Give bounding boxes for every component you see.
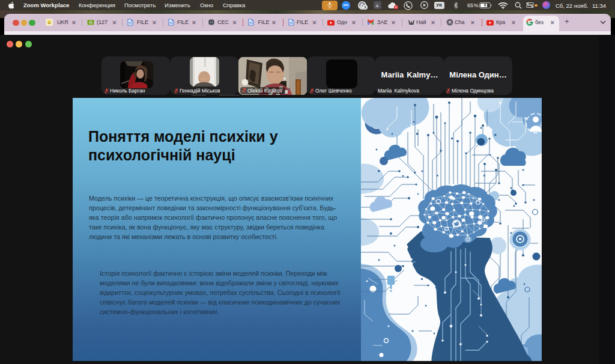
svg-text:@: @ <box>89 20 92 24</box>
